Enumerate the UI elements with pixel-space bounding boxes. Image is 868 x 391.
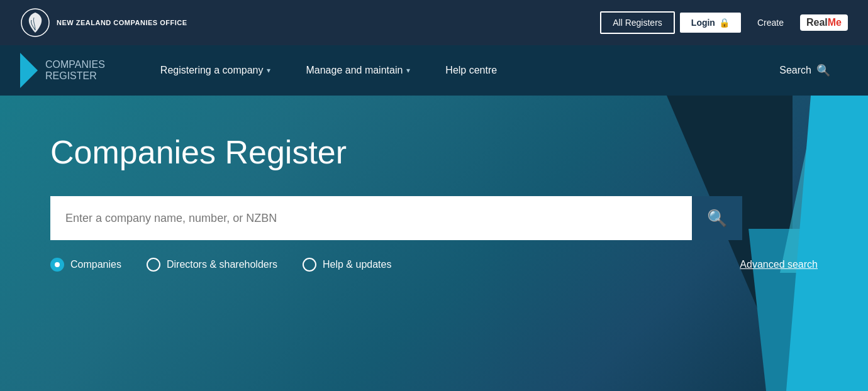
companies-register-logo[interactable]: COMPANIES REGISTER: [20, 53, 105, 88]
nav-help-centre[interactable]: Help centre: [428, 45, 515, 96]
all-registers-button[interactable]: All Registers: [600, 11, 675, 34]
realme-badge: Real Me: [800, 14, 848, 31]
login-button[interactable]: Login 🔒: [680, 13, 741, 33]
realme-real-text: Real: [806, 17, 828, 28]
search-options: Companies Directors & shareholders Help …: [50, 258, 818, 272]
nzco-fern-icon: [20, 8, 50, 38]
nav-items: Registering a company ▾ Manage and maint…: [143, 45, 762, 96]
nzco-logo-text: NEW ZEALAND COMPANIES OFFICE: [57, 18, 187, 27]
nav-bar: COMPANIES REGISTER Registering a company…: [0, 45, 868, 96]
company-search-input[interactable]: [50, 196, 692, 240]
lock-icon: 🔒: [719, 18, 730, 28]
chevron-down-icon: ▾: [406, 66, 410, 75]
radio-directors-shareholders[interactable]: Directors & shareholders: [147, 258, 277, 272]
medium-blue-shape: [748, 229, 837, 392]
light-blue-shape: [780, 96, 843, 273]
nav-registering-company[interactable]: Registering a company ▾: [143, 45, 289, 96]
hero-title: Companies Register: [50, 133, 818, 171]
chevron-down-icon: ▾: [267, 66, 270, 75]
radio-directors-label: Directors & shareholders: [167, 259, 277, 270]
search-box-container: 🔍: [50, 196, 742, 240]
advanced-search-link[interactable]: Advanced search: [740, 259, 818, 270]
hero-section: Companies Register 🔍 Companies Directors…: [0, 96, 868, 391]
nzco-logo: NEW ZEALAND COMPANIES OFFICE: [20, 8, 187, 38]
radio-directors-circle: [147, 258, 160, 272]
nav-logo-text: COMPANIES REGISTER: [45, 59, 105, 81]
search-icon: 🔍: [816, 63, 830, 77]
radio-companies[interactable]: Companies: [50, 258, 121, 272]
radio-help-updates[interactable]: Help & updates: [303, 258, 391, 272]
radio-help-circle: [303, 258, 316, 272]
nav-search-button[interactable]: Search 🔍: [762, 45, 848, 96]
radio-companies-circle: [50, 258, 64, 272]
top-bar: NEW ZEALAND COMPANIES OFFICE All Registe…: [0, 0, 868, 45]
radio-help-label: Help & updates: [323, 259, 391, 270]
realme-me-text: Me: [828, 17, 842, 28]
chevron-right-icon: [20, 53, 38, 88]
create-button[interactable]: Create: [746, 13, 795, 33]
top-bar-actions: All Registers Login 🔒 Create Real Me: [600, 11, 848, 34]
search-submit-button[interactable]: 🔍: [692, 196, 742, 240]
search-icon: 🔍: [707, 209, 727, 228]
nav-manage-maintain[interactable]: Manage and maintain ▾: [288, 45, 428, 96]
radio-companies-label: Companies: [70, 259, 121, 270]
